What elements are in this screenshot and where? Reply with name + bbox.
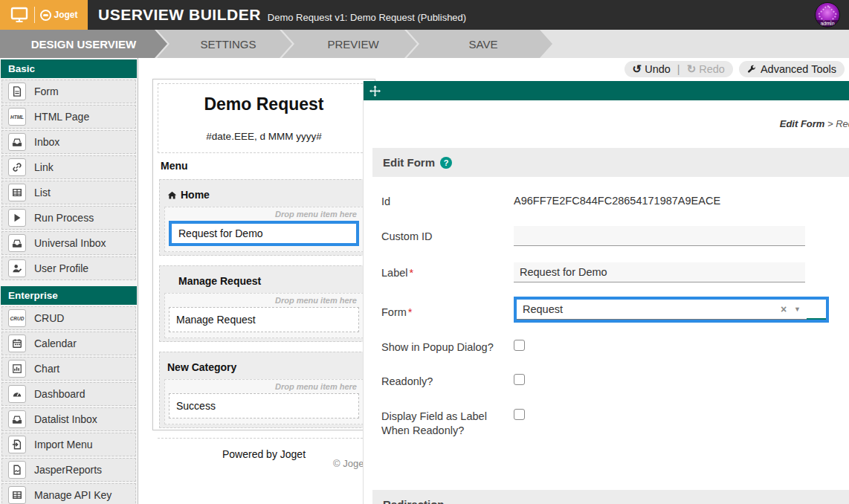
required-asterisk: * — [408, 306, 413, 318]
field-row-form: Form* Request × ▼ — [381, 291, 849, 329]
crud-icon: CRUD — [8, 309, 26, 327]
advanced-tools-button[interactable]: Advanced Tools — [739, 61, 845, 77]
breadcrumb-separator: > — [824, 118, 836, 129]
preview-title: Demo Request — [161, 94, 367, 114]
id-value: A96FF7E2FC844FC28654171987A9EACE — [514, 191, 849, 207]
redirection-section-header: Redirection — [372, 490, 849, 504]
chevron-down-icon[interactable]: ▼ — [794, 306, 801, 313]
tab-design-userview[interactable]: DESIGN USERVIEW — [0, 30, 167, 58]
chart-icon — [8, 360, 26, 378]
canvas-toolbar: ↺ Undo | ↻ Redo Advanced Tools — [624, 61, 845, 77]
undo-button[interactable]: ↺ Undo — [633, 62, 671, 76]
category-new-category[interactable]: New Category Drop menu item here Success — [159, 352, 369, 428]
datalist-inbox-icon — [8, 410, 26, 428]
properties-fields: Id A96FF7E2FC844FC28654171987A9EACE Cust… — [381, 183, 849, 447]
brand-block[interactable]: Joget — [0, 0, 88, 30]
palette-item-datalist-inbox[interactable]: Datalist Inbox — [1, 407, 136, 431]
palette-item-universal-inbox[interactable]: Universal Inbox — [1, 231, 136, 255]
joget-logo: Joget — [40, 10, 77, 21]
field-row-readonly: Readonly? — [381, 363, 849, 398]
display-field-label: Display Field as Label When Readonly? — [381, 406, 500, 439]
category-manage-request-dropzone: Drop menu item here Manage Request — [164, 293, 364, 338]
inbox-icon — [8, 133, 26, 151]
copyright-text: © Joget — [333, 458, 367, 469]
palette-section-enterprise: Enterprise — [1, 286, 137, 305]
import-menu-icon — [8, 436, 26, 453]
field-row-display-field: Display Field as Label When Readonly? — [381, 398, 849, 447]
breadcrumb-next[interactable]: Redirection — [836, 118, 849, 129]
field-row-popup: Show in Popup Dialog? — [381, 329, 849, 364]
palette-section-basic: Basic — [1, 59, 137, 78]
palette-item-user-profile[interactable]: User Profile — [1, 256, 136, 280]
palette-item-dashboard[interactable]: Dashboard — [1, 382, 136, 406]
list-icon — [8, 184, 26, 201]
drop-hint: Drop menu item here — [168, 208, 360, 221]
redo-icon: ↻ — [687, 62, 697, 76]
calendar-icon — [8, 335, 26, 352]
display-field-checkbox[interactable] — [514, 409, 525, 420]
palette-item-run-process[interactable]: Run Process — [1, 206, 136, 230]
monitor-icon — [10, 6, 29, 24]
id-label: Id — [381, 191, 500, 210]
category-home-header: Home — [164, 184, 364, 207]
form-select-highlighted: Request × ▼ — [514, 297, 829, 323]
palette-item-form[interactable]: Form — [1, 80, 136, 103]
category-manage-request-header: Manage Request — [164, 271, 364, 293]
open-form-button[interactable] — [807, 300, 826, 320]
move-icon — [369, 85, 381, 97]
admin-avatar-label: admin — [816, 20, 839, 27]
redo-button[interactable]: ↻ Redo — [687, 62, 725, 76]
palette-item-import-menu[interactable]: Import Menu — [1, 433, 136, 456]
form-select-value: Request — [523, 303, 773, 315]
category-new-category-header: New Category — [164, 357, 364, 379]
external-link-icon — [811, 303, 822, 314]
admin-avatar[interactable]: admin — [815, 2, 840, 28]
undo-icon: ↺ — [633, 62, 642, 76]
wrench-icon — [747, 65, 757, 74]
link-icon — [8, 158, 26, 176]
home-icon — [167, 190, 177, 200]
palette-item-link[interactable]: Link — [1, 155, 136, 179]
palette-item-html-page[interactable]: HTML HTML Page — [1, 105, 136, 129]
menu-item-success[interactable]: Success — [169, 393, 359, 419]
toolbar-separator: | — [677, 63, 680, 75]
palette-item-crud[interactable]: CRUD CRUD — [1, 306, 136, 330]
custom-id-label: Custom ID — [381, 226, 500, 245]
field-row-label: Label* — [381, 254, 849, 291]
form-icon — [8, 83, 26, 100]
top-bar: Joget USERVIEW BUILDER Demo Request v1: … — [0, 0, 849, 30]
palette-item-list[interactable]: List — [1, 181, 136, 204]
form-select[interactable]: Request × ▼ — [517, 300, 807, 320]
manage-api-key-icon — [8, 486, 26, 504]
field-row-custom-id: Custom ID — [381, 218, 849, 254]
main-canvas: Basic Form HTML HTML Page Inbox Link Lis… — [0, 58, 849, 504]
category-list-icon — [167, 277, 177, 286]
category-manage-request[interactable]: Manage Request Drop menu item here Manag… — [159, 265, 369, 342]
palette-item-inbox[interactable]: Inbox — [1, 130, 136, 154]
palette-item-chart[interactable]: Chart — [1, 357, 136, 381]
joget-logo-text: Joget — [54, 10, 77, 20]
palette-item-calendar[interactable]: Calendar — [1, 332, 136, 355]
properties-panel: Edit Form > Redirection Edit Form ? Id A… — [363, 81, 849, 504]
palette-item-manage-api-key[interactable]: Manage API Key — [1, 483, 136, 504]
label-input[interactable] — [514, 262, 805, 282]
menu-item-request-for-demo[interactable]: Request for Demo — [169, 221, 359, 246]
properties-drag-bar[interactable] — [364, 81, 849, 100]
html-icon: HTML — [8, 108, 26, 126]
palette-item-jasperreports[interactable]: JasperReports — [1, 458, 136, 482]
help-icon[interactable]: ? — [440, 157, 452, 169]
tab-settings[interactable]: SETTINGS — [157, 30, 292, 58]
tab-save[interactable]: SAVE — [407, 30, 552, 58]
menu-item-manage-request[interactable]: Manage Request — [169, 307, 359, 332]
tab-preview[interactable]: PREVIEW — [282, 30, 417, 58]
drop-hint: Drop menu item here — [168, 381, 360, 393]
breadcrumb-current[interactable]: Edit Form — [780, 118, 825, 129]
clear-selection-icon[interactable]: × — [781, 303, 787, 315]
readonly-checkbox[interactable] — [514, 374, 525, 385]
custom-id-input[interactable] — [514, 226, 805, 246]
category-home[interactable]: Home Drop menu item here Request for Dem… — [159, 179, 369, 256]
joget-logo-icon — [40, 10, 51, 21]
popup-checkbox[interactable] — [514, 340, 525, 351]
userview-preview-panel: Demo Request #date.EEE, d MMM yyyy# Menu… — [152, 79, 375, 430]
readonly-label: Readonly? — [381, 371, 500, 390]
